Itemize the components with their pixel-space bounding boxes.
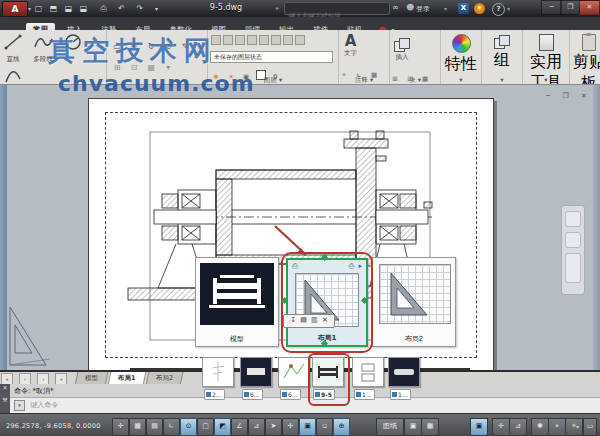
trim-icon[interactable]: ⊘ bbox=[162, 41, 174, 52]
selection-cycling-toggle[interactable]: ⊕ bbox=[333, 418, 350, 436]
save-as-icon[interactable]: ⬓ bbox=[77, 3, 90, 14]
erase-pencil-icon[interactable]: ✎ bbox=[179, 41, 191, 52]
quickview-drawing-thumb[interactable] bbox=[352, 357, 384, 387]
layer-tool-icon[interactable] bbox=[295, 35, 305, 45]
new-sheet-icon[interactable]: ▤ bbox=[300, 316, 307, 324]
text-tool-button[interactable]: A 文字 bbox=[344, 33, 357, 58]
navigation-bar[interactable] bbox=[561, 205, 585, 295]
snap-toggle[interactable]: ▦ bbox=[129, 418, 146, 436]
quickview-layout-2[interactable]: 布局2 bbox=[372, 257, 456, 347]
layer-tool-icon[interactable] bbox=[247, 35, 257, 45]
minimize-button[interactable]: ─ bbox=[541, 0, 562, 15]
circle-tool-button[interactable] bbox=[63, 33, 83, 55]
performance-icon[interactable]: ✶ bbox=[565, 418, 583, 436]
app-logo-icon[interactable]: A bbox=[2, 1, 28, 17]
modify-caret-icon[interactable]: ▾ bbox=[162, 62, 174, 73]
panel-utilities-label[interactable]: ▾ bbox=[523, 75, 569, 85]
layer-tool-icon[interactable] bbox=[211, 35, 221, 45]
qat-menu-caret-icon[interactable]: ▾ bbox=[150, 3, 163, 14]
annotation-visibility-icon[interactable]: ✛ bbox=[492, 418, 510, 436]
sign-in-caret-icon[interactable]: ▾ bbox=[444, 5, 447, 12]
polar-toggle[interactable]: ⊙ bbox=[180, 418, 197, 436]
document-window-controls[interactable]: ─ ❐ ✕ bbox=[546, 92, 592, 100]
drawing-name-badge[interactable]: 1... bbox=[390, 389, 411, 400]
layer-tool-icon[interactable] bbox=[235, 35, 245, 45]
command-wrench-icon[interactable]: ⚒ bbox=[0, 396, 10, 403]
move-icon[interactable]: ✛ bbox=[128, 41, 140, 52]
line-tool-button[interactable]: 直线 bbox=[3, 33, 23, 64]
command-close-icon[interactable]: ✕ bbox=[0, 384, 10, 391]
orbit-icon[interactable] bbox=[565, 253, 581, 283]
lineweight-toggle[interactable]: ✛ bbox=[282, 418, 299, 436]
ducs-toggle[interactable]: ⊿ bbox=[248, 418, 265, 436]
help-search-box[interactable] bbox=[284, 2, 390, 15]
communication-center-icon[interactable]: ✶ bbox=[474, 3, 485, 14]
grid-toggle[interactable]: ▤ bbox=[146, 418, 163, 436]
panel-annotation-label[interactable]: 注释 ▾ bbox=[339, 75, 389, 85]
panel-clipboard-label[interactable]: ▾ bbox=[570, 75, 600, 85]
drawing-name-badge[interactable]: 6... bbox=[280, 389, 301, 400]
layer-tool-icon[interactable] bbox=[223, 35, 233, 45]
panel-group-label[interactable]: ▾ bbox=[482, 75, 522, 85]
command-input-line[interactable]: ▾ 键入命令 bbox=[10, 398, 600, 413]
close-strip-icon[interactable]: ✕ bbox=[322, 316, 328, 324]
maximize-button[interactable]: ❐ bbox=[560, 0, 581, 15]
modify-extra-icon[interactable]: ⊞ bbox=[111, 62, 123, 73]
transparency-toggle[interactable]: ▣ bbox=[299, 418, 316, 436]
settings-gear-icon[interactable]: ✺ bbox=[531, 418, 549, 436]
group-button[interactable]: 组 bbox=[482, 35, 522, 71]
command-prompt-caret-icon[interactable]: ▾ bbox=[14, 400, 25, 411]
osnap-3d-toggle[interactable]: ◩ bbox=[214, 418, 231, 436]
quick-properties-toggle[interactable]: ▫ bbox=[316, 418, 333, 436]
panel-modify-label[interactable] bbox=[107, 75, 207, 85]
panel-layers-label[interactable]: 图层 ▾ bbox=[208, 75, 338, 85]
sign-in-button[interactable]: 登录 bbox=[416, 4, 430, 14]
panel-block-label[interactable]: 块 ▾ bbox=[390, 75, 440, 85]
modify-extra-icon[interactable]: ⊟ bbox=[128, 62, 140, 73]
app-menu-caret-icon[interactable]: ▾ bbox=[28, 5, 31, 12]
annotation-scale-icon[interactable]: ⊿ bbox=[509, 418, 527, 436]
drawing-name-badge[interactable]: 6... bbox=[242, 389, 263, 400]
help-caret-icon[interactable]: ▾ bbox=[507, 5, 510, 12]
open-file-icon[interactable]: ⬒ bbox=[47, 3, 60, 14]
drawing-name-badge[interactable]: 1... bbox=[354, 389, 375, 400]
steering-wheel-icon[interactable] bbox=[565, 211, 581, 227]
layer-tool-icon[interactable] bbox=[283, 35, 293, 45]
pin-icon[interactable]: ↧ bbox=[290, 316, 296, 324]
quickview-drawing-thumb[interactable] bbox=[388, 357, 420, 387]
ortho-toggle[interactable]: ∟ bbox=[163, 418, 180, 436]
rectangle-icon[interactable]: ▭ bbox=[111, 41, 123, 52]
redo-icon[interactable]: ↷ bbox=[133, 3, 146, 14]
quickview-drawing-thumb[interactable] bbox=[240, 357, 272, 387]
status-menu-caret-icon[interactable]: ▾ bbox=[576, 423, 579, 430]
open-sheet-icon[interactable]: ▥ bbox=[311, 316, 318, 324]
new-file-icon[interactable]: ▢ bbox=[32, 3, 45, 14]
undo-icon[interactable]: ↶ bbox=[115, 3, 128, 14]
properties-button[interactable]: 特性 bbox=[441, 34, 481, 75]
quickview-layouts-button[interactable]: ▣ bbox=[404, 418, 422, 436]
quickview-drawings-button[interactable]: ▦ bbox=[421, 418, 439, 436]
rotate-icon[interactable]: ↻ bbox=[145, 41, 157, 52]
paper-model-button[interactable]: 图纸 bbox=[376, 418, 404, 436]
lock-ui-icon[interactable]: ⌖ bbox=[548, 418, 566, 436]
close-button[interactable]: ✕ bbox=[579, 0, 600, 15]
clean-screen-icon[interactable]: ▭ bbox=[583, 418, 597, 436]
plot-icon[interactable]: ⎙ bbox=[97, 3, 110, 14]
polyline-tool-button[interactable]: 多段线 bbox=[32, 33, 54, 64]
insert-block-button[interactable]: 插入 bbox=[394, 33, 410, 62]
save-icon[interactable]: ⬓ bbox=[62, 3, 75, 14]
layer-tool-icon[interactable] bbox=[259, 35, 269, 45]
workspace-button[interactable]: ▣ bbox=[470, 418, 488, 436]
right-edge-scrollbar[interactable] bbox=[593, 85, 600, 370]
quickview-drawing-thumb[interactable] bbox=[278, 357, 310, 387]
pan-zoom-icon[interactable] bbox=[565, 232, 581, 248]
dynamic-input-toggle[interactable]: ➤ bbox=[265, 418, 282, 436]
modify-extra-icon[interactable]: ▦ bbox=[145, 62, 157, 73]
panel-properties-label[interactable]: ▾ bbox=[441, 75, 481, 85]
search-binoculars-icon[interactable]: ∞ bbox=[392, 3, 399, 12]
infer-constraints-toggle[interactable]: ✛ bbox=[112, 418, 129, 436]
quickview-drawing-thumb[interactable] bbox=[202, 357, 234, 387]
exchange-apps-icon[interactable]: X bbox=[458, 3, 469, 14]
layer-state-dropdown[interactable]: 未保存的图层状态 bbox=[210, 51, 333, 63]
osnap-toggle[interactable]: ▢ bbox=[197, 418, 214, 436]
